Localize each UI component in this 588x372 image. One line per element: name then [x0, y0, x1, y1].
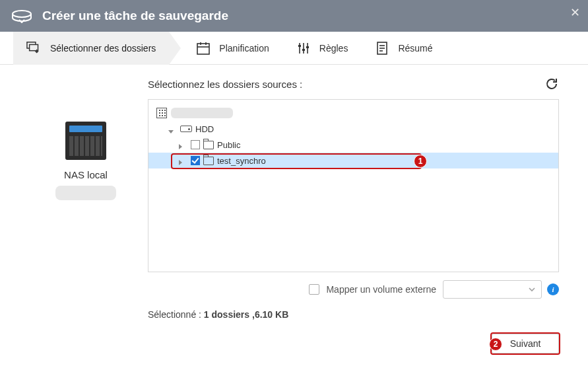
- step-label: Règles: [319, 43, 348, 54]
- step-rules[interactable]: Règles: [282, 32, 362, 65]
- hdd-icon: [180, 126, 192, 132]
- server-icon: [156, 108, 167, 118]
- tree-node-public[interactable]: Public: [148, 137, 558, 153]
- checkbox[interactable]: [191, 140, 200, 149]
- document-icon: [374, 40, 390, 56]
- next-button[interactable]: Suivant: [492, 334, 559, 353]
- external-volume-select[interactable]: [443, 280, 542, 299]
- wizard-stepbar: Sélectionner des dossiers Planification …: [0, 32, 588, 65]
- svg-rect-11: [302, 49, 305, 51]
- svg-rect-3: [197, 44, 209, 54]
- calendar-icon: [195, 40, 211, 56]
- checkbox[interactable]: [191, 156, 200, 165]
- folder-icon: [203, 157, 214, 165]
- tree-label: test_synchro: [217, 156, 266, 166]
- svg-rect-12: [306, 46, 309, 48]
- svg-point-0: [13, 11, 31, 17]
- refresh-icon[interactable]: [544, 77, 559, 91]
- panel-title: Sélectionnez les dossiers sources :: [148, 79, 302, 90]
- map-volume-checkbox[interactable]: [309, 284, 319, 295]
- folder-icon: [203, 141, 214, 149]
- folder-selection-panel: Sélectionnez les dossiers sources : HDD: [148, 77, 559, 320]
- backup-icon: [11, 8, 33, 24]
- map-volume-label: Mapper un volume externe: [326, 284, 436, 295]
- tree-root[interactable]: [148, 105, 558, 121]
- next-button-label: Suivant: [510, 338, 541, 349]
- step-summary[interactable]: Résumé: [361, 32, 445, 65]
- step-label: Sélectionner des dossiers: [50, 43, 156, 54]
- selection-value: 1 dossiers ,6.10 KB: [204, 309, 288, 320]
- step-label: Résumé: [398, 43, 432, 54]
- nas-device-icon: [65, 122, 106, 160]
- selection-summary: Sélectionné : 1 dossiers ,6.10 KB: [148, 309, 559, 320]
- expander-icon[interactable]: [179, 157, 185, 164]
- source-device-panel: NAS local: [33, 122, 139, 200]
- folder-stack-icon: [26, 40, 42, 56]
- wizard-body: NAS local Sélectionnez les dossiers sour…: [0, 65, 588, 372]
- step-select-folders[interactable]: Sélectionner des dossiers: [13, 32, 169, 65]
- tree-label: HDD: [195, 124, 214, 134]
- tree-label: Public: [217, 140, 240, 150]
- titlebar: Créer une tâche de sauvegarde ✕: [0, 0, 588, 32]
- folder-tree[interactable]: HDD Public test_synchro 1: [148, 99, 559, 272]
- tree-node-hdd[interactable]: HDD: [148, 121, 558, 137]
- step-label: Planification: [219, 43, 269, 54]
- window-title: Créer une tâche de sauvegarde: [42, 9, 228, 23]
- svg-rect-10: [298, 45, 301, 47]
- root-name-redacted: [171, 108, 233, 118]
- tree-node-test-synchro[interactable]: test_synchro: [148, 153, 558, 168]
- sliders-icon: [296, 40, 311, 56]
- close-icon[interactable]: ✕: [570, 5, 580, 20]
- device-name: NAS local: [33, 169, 139, 180]
- info-icon[interactable]: i: [547, 283, 559, 295]
- expander-icon[interactable]: [179, 141, 185, 148]
- selection-prefix: Sélectionné :: [148, 309, 204, 320]
- map-volume-row: Mapper un volume externe i: [148, 280, 559, 299]
- expander-icon[interactable]: [168, 126, 175, 132]
- step-schedule[interactable]: Planification: [169, 32, 282, 65]
- device-address-redacted: [55, 186, 116, 200]
